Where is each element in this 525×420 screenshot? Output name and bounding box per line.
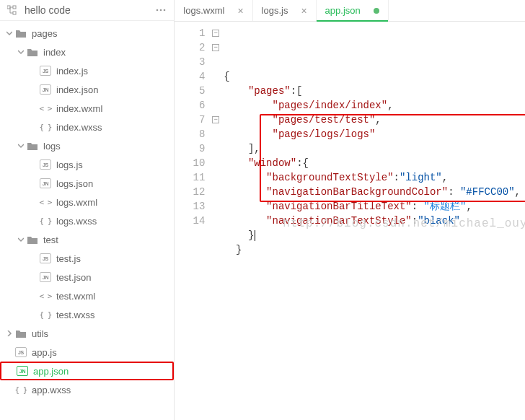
folder-icon [26, 234, 39, 245]
line-number: 3 [175, 55, 205, 69]
file-label: app.js [32, 347, 57, 358]
code-line[interactable]: "pages/index/index", [224, 98, 521, 113]
angle-icon: < > [39, 102, 52, 114]
file-label: test.js [56, 253, 81, 264]
code-line[interactable] [224, 257, 521, 271]
folder-icon [26, 46, 39, 58]
folder-icon [14, 27, 27, 39]
project-tree-icon [7, 5, 17, 15]
file-label: logs.json [56, 178, 93, 189]
js-icon: JS [14, 346, 27, 358]
file-test-json[interactable]: JNtest.json [0, 268, 174, 286]
file-index-js[interactable]: JSindex.js [0, 61, 174, 80]
folder-index[interactable]: index [0, 43, 174, 61]
close-icon[interactable]: × [301, 6, 306, 16]
file-index-json[interactable]: JNindex.json [0, 80, 174, 99]
angle-icon: < > [39, 196, 52, 208]
folder-icon [26, 140, 39, 152]
folder-test[interactable]: test [0, 230, 174, 249]
folder-logs[interactable]: logs [0, 136, 174, 155]
file-app-json[interactable]: JNapp.json [0, 362, 174, 380]
file-app-js[interactable]: JSapp.js [0, 343, 174, 362]
js-icon: JS [39, 253, 52, 264]
file-test-js[interactable]: JStest.js [0, 249, 174, 268]
file-label: test.wxss [56, 310, 94, 320]
jn-icon: JN [39, 84, 52, 95]
line-number: 2 [175, 40, 205, 55]
tab-app-json[interactable]: app.json [317, 0, 389, 21]
fold-column: −−− [211, 22, 221, 420]
file-index-wxml[interactable]: < >index.wxml [0, 99, 174, 118]
close-icon[interactable]: × [237, 6, 243, 16]
line-number: 6 [175, 98, 205, 113]
code-line[interactable]: } [224, 242, 521, 257]
file-logs-wxss[interactable]: { }logs.wxss [0, 211, 174, 230]
file-label: logs [43, 141, 61, 152]
chevron-right-icon[interactable] [4, 328, 14, 338]
file-label: utils [32, 328, 48, 339]
folder-pages[interactable]: pages [0, 24, 174, 43]
fold-toggle-icon[interactable]: − [212, 30, 219, 37]
dirty-indicator-icon [374, 8, 379, 14]
fold-toggle-icon[interactable]: − [212, 116, 219, 123]
fold-toggle-icon[interactable]: − [212, 44, 219, 51]
svg-point-4 [160, 9, 162, 12]
file-logs-wxml[interactable]: < >logs.wxml [0, 193, 174, 211]
svg-rect-0 [7, 6, 10, 9]
tab-label: logs.js [262, 5, 288, 16]
file-label: index.wxss [56, 122, 102, 133]
tab-label: logs.wxml [183, 5, 224, 16]
tab-logs-wxml[interactable]: logs.wxml× [175, 0, 252, 21]
code-line[interactable]: } [224, 228, 521, 242]
file-label: logs.wxss [56, 216, 97, 227]
svg-point-3 [156, 9, 159, 12]
file-label: logs.js [56, 159, 83, 170]
chevron-down-icon[interactable] [16, 47, 26, 57]
more-icon[interactable] [155, 4, 167, 16]
code-area[interactable]: 1234567891011121314 −−− { "pages":[ "pag… [175, 22, 525, 420]
line-number: 10 [175, 156, 205, 170]
code-line[interactable]: "pages":[ [224, 84, 521, 98]
line-gutter: 1234567891011121314 [175, 22, 211, 420]
file-explorer: hello code pagesindexJSindex.jsJNindex.j… [0, 0, 175, 420]
line-number: 14 [175, 214, 205, 228]
chevron-down-icon[interactable] [16, 235, 26, 245]
jn-icon: JN [39, 178, 52, 189]
chevron-down-icon[interactable] [16, 141, 26, 151]
code-content[interactable]: { "pages":[ "pages/index/index", "pages/… [221, 22, 525, 420]
file-label: app.wxss [32, 385, 71, 395]
curly-icon: { } [39, 215, 52, 227]
file-index-wxss[interactable]: { }index.wxss [0, 118, 174, 136]
file-test-wxml[interactable]: < >test.wxml [0, 286, 174, 305]
file-label: pages [32, 28, 57, 39]
js-icon: JS [39, 159, 52, 170]
folder-utils[interactable]: utils [0, 324, 174, 343]
file-label: logs.wxml [56, 197, 97, 208]
tab-logs-js[interactable]: logs.js× [253, 0, 317, 21]
svg-rect-1 [13, 6, 16, 9]
file-logs-js[interactable]: JSlogs.js [0, 155, 174, 174]
file-app-wxss[interactable]: { }app.wxss [0, 380, 174, 399]
svg-rect-2 [13, 12, 16, 14]
file-tree: pagesindexJSindex.jsJNindex.json< >index… [0, 21, 174, 406]
folder-icon [14, 328, 27, 339]
line-number: 4 [175, 69, 205, 84]
file-label: app.json [33, 366, 69, 377]
line-number: 8 [175, 127, 205, 141]
curly-icon: { } [39, 309, 52, 320]
file-label: test.json [56, 272, 91, 283]
highlight-window-block [260, 114, 525, 202]
line-number: 7 [175, 113, 205, 127]
angle-icon: < > [39, 290, 52, 302]
code-line[interactable]: { [224, 69, 521, 84]
code-line[interactable]: "navigationBarTextStyle":"black" [224, 214, 521, 228]
chevron-down-icon[interactable] [4, 28, 14, 38]
text-cursor [255, 230, 255, 241]
file-label: index.js [56, 66, 88, 76]
line-number: 5 [175, 84, 205, 98]
file-logs-json[interactable]: JNlogs.json [0, 174, 174, 193]
file-label: index.json [56, 84, 99, 95]
svg-point-5 [164, 9, 166, 12]
line-number: 9 [175, 141, 205, 156]
file-test-wxss[interactable]: { }test.wxss [0, 305, 174, 324]
